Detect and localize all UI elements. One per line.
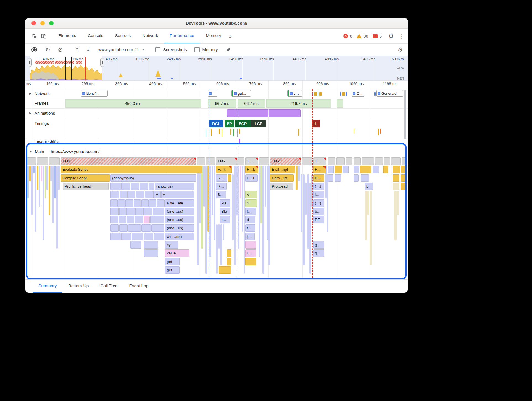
flame-bar[interactable] — [119, 208, 127, 215]
flame-bar[interactable]: Evaluate Script — [61, 166, 202, 173]
frames-track-label[interactable]: Frames — [35, 101, 49, 105]
flame-bar[interactable] — [134, 199, 141, 207]
settings-gear-icon[interactable]: ⚙ — [388, 33, 394, 39]
flame-bar[interactable] — [328, 174, 333, 182]
flame-bar[interactable]: (… — [245, 233, 255, 240]
tab-performance[interactable]: Performance — [164, 29, 200, 43]
flame-bar[interactable] — [354, 166, 359, 173]
flame-bar[interactable] — [150, 216, 164, 223]
flame-bar[interactable] — [343, 166, 349, 173]
layout-shifts-track-label[interactable]: Layout Shifts — [35, 139, 59, 144]
flame-bar[interactable] — [383, 166, 388, 173]
flame-bar[interactable]: Compile Script — [61, 174, 110, 182]
disclosure-triangle-icon[interactable]: ▼ — [30, 150, 32, 153]
inspect-element-icon[interactable] — [30, 31, 39, 41]
collect-garbage-icon[interactable] — [224, 45, 233, 54]
flame-bar[interactable]: g… — [313, 241, 324, 249]
flame-bar[interactable] — [135, 216, 143, 223]
flame-bar[interactable] — [157, 199, 165, 207]
issues-count[interactable]: 6 — [380, 34, 382, 38]
flame-bar[interactable]: get — [165, 258, 180, 265]
flame-bar[interactable] — [402, 157, 407, 165]
flame-bar[interactable] — [154, 233, 164, 240]
flame-bar[interactable] — [354, 157, 361, 165]
flame-bar[interactable]: d — [245, 216, 255, 223]
flame-bar[interactable] — [49, 157, 60, 165]
flame-bar[interactable] — [401, 174, 407, 182]
flame-bar[interactable]: get — [165, 266, 180, 274]
flame-bar[interactable] — [110, 233, 122, 240]
error-icon[interactable]: ✕ — [343, 34, 348, 38]
flame-bar[interactable] — [228, 174, 231, 182]
flame-bar[interactable]: Bla — [220, 208, 230, 215]
flame-bar[interactable] — [132, 233, 143, 240]
flame-bar[interactable] — [401, 183, 407, 190]
flame-bar[interactable]: f… — [245, 208, 256, 215]
flame-bar[interactable] — [118, 199, 125, 207]
frame-duration-block[interactable]: 66.7 ms — [238, 99, 265, 108]
record-button[interactable] — [31, 47, 37, 52]
flame-bar[interactable] — [335, 166, 342, 173]
screenshots-checkbox-group[interactable]: Screenshots — [155, 47, 187, 52]
animations-track-label[interactable]: ▶ Animations — [35, 111, 55, 115]
flame-bar[interactable] — [127, 216, 134, 223]
flame-bar[interactable]: F…l — [245, 174, 258, 182]
network-track-label[interactable]: ▶ Network — [35, 91, 50, 96]
flame-bar[interactable] — [119, 216, 126, 223]
flame-bar[interactable] — [259, 157, 269, 165]
frame-duration-block[interactable]: 66.7 ms — [208, 99, 236, 108]
flame-bar[interactable]: Profili…verhead — [63, 183, 109, 190]
flame-bar[interactable]: Pro…ead — [270, 183, 293, 190]
flame-bar[interactable]: (…) — [313, 183, 324, 190]
network-request-chip[interactable]: v… — [287, 90, 302, 97]
timing-marker-fp[interactable]: FP — [225, 120, 234, 127]
flame-bar[interactable] — [227, 258, 231, 265]
capture-settings-gear-icon[interactable]: ⚙ — [397, 46, 403, 53]
flame-bar[interactable] — [37, 157, 48, 165]
flame-bar[interactable] — [135, 208, 144, 215]
flame-bar[interactable]: e… — [220, 216, 230, 223]
flame-bar[interactable] — [153, 208, 164, 215]
flame-bar[interactable] — [110, 216, 118, 223]
flame-bar[interactable]: i… — [245, 249, 256, 257]
flame-bar[interactable]: V — [154, 191, 161, 198]
flame-bar[interactable]: value — [165, 249, 189, 257]
frame-duration-block[interactable]: 450.0 ms — [65, 99, 201, 108]
flame-bar[interactable] — [128, 224, 141, 232]
flame-bar[interactable] — [149, 199, 156, 207]
flame-bar[interactable] — [391, 157, 401, 165]
frame-duration-block[interactable] — [337, 99, 343, 108]
flame-bar[interactable]: F…k — [245, 166, 258, 173]
disclosure-triangle-icon[interactable]: ▶ — [29, 92, 31, 95]
network-request-chip[interactable]: Generatel — [376, 90, 403, 97]
flame-bar[interactable] — [393, 174, 399, 182]
flame-bar[interactable]: win…mer — [165, 233, 194, 240]
save-profile-icon[interactable]: ↧ — [86, 47, 90, 52]
screenshots-checkbox[interactable] — [155, 47, 160, 52]
flame-bar[interactable]: (…) — [313, 199, 324, 207]
flame-bar[interactable]: (ano…us) — [165, 208, 194, 215]
kebab-menu-icon[interactable]: ⋮ — [398, 33, 404, 39]
timing-marker-dcl[interactable]: DCL — [209, 120, 223, 127]
disclosure-triangle-icon[interactable]: ▶ — [29, 112, 31, 115]
flame-bar[interactable]: RF — [313, 216, 324, 223]
flame-bar[interactable] — [373, 166, 379, 173]
flame-bar[interactable]: v — [161, 191, 194, 198]
flame-bar[interactable] — [110, 199, 118, 207]
flame-bar[interactable] — [336, 157, 345, 165]
flame-bar[interactable]: g… — [313, 249, 324, 257]
clear-recording-icon[interactable]: ⊘ — [58, 47, 63, 52]
warning-icon[interactable]: ! — [357, 34, 362, 38]
main-thread-header[interactable]: ▼ Main — https://www.youtube.com/ — [35, 149, 99, 154]
flame-bar[interactable] — [302, 157, 312, 165]
flame-bar[interactable] — [131, 183, 139, 190]
warning-count[interactable]: 30 — [364, 34, 368, 38]
flame-bar[interactable] — [144, 233, 153, 240]
flame-bar[interactable] — [127, 208, 135, 215]
network-request-chip[interactable]: gui… — [231, 90, 251, 97]
flame-bar[interactable] — [145, 191, 154, 198]
flame-bar[interactable]: a.de…ate — [165, 199, 194, 207]
flame-bar[interactable] — [328, 157, 335, 165]
flame-bar[interactable] — [125, 199, 133, 207]
flame-bar[interactable]: T… — [245, 157, 258, 165]
